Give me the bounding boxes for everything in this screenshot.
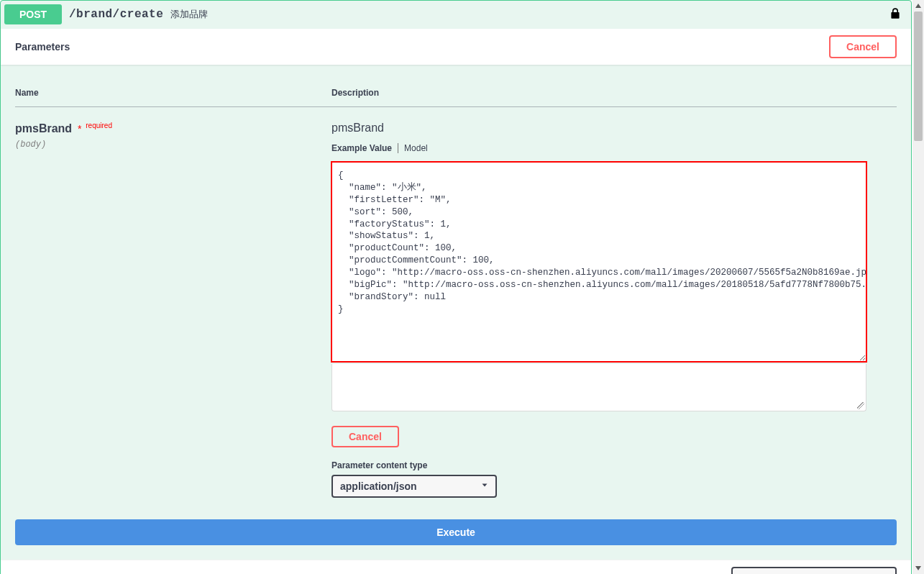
scroll-down-icon[interactable] [912, 562, 924, 574]
required-star: * [75, 123, 81, 135]
tab-separator [398, 143, 398, 153]
column-header-description: Description [331, 79, 897, 107]
tab-model[interactable]: Model [404, 143, 434, 153]
operation-summary[interactable]: POST /brand/create 添加品牌 [1, 1, 911, 28]
param-content-type-label: Parameter content type [331, 460, 897, 470]
parameter-cancel-button[interactable]: Cancel [331, 426, 399, 447]
execute-button[interactable]: Execute [15, 519, 897, 545]
parameter-in: (body) [15, 140, 331, 150]
param-content-type-select[interactable]: application/json [331, 475, 497, 498]
operation-block: POST /brand/create 添加品牌 Parameters Cance… [0, 0, 912, 574]
param-content-type-select-wrap: application/json [331, 475, 497, 498]
response-content-type-select[interactable]: */* [731, 567, 897, 575]
column-header-name: Name [15, 79, 331, 107]
parameters-table: Name Description pmsBrand * required [15, 79, 897, 498]
parameter-name: pmsBrand [15, 122, 72, 135]
operation-description: 添加品牌 [170, 8, 208, 21]
scroll-thumb[interactable] [914, 12, 923, 141]
parameters-header: Parameters Cancel [1, 29, 911, 65]
http-method-badge: POST [4, 4, 62, 24]
lock-icon[interactable] [889, 7, 901, 22]
parameter-row: pmsBrand * required (body) pmsBrand Exam… [15, 107, 897, 498]
body-tabs: Example Value Model [331, 143, 897, 153]
responses-header: Responses Response content type */* [1, 560, 911, 574]
scroll-up-icon[interactable] [912, 0, 924, 12]
scrollbar[interactable] [912, 0, 924, 574]
response-content-type-select-wrap: */* [731, 567, 897, 575]
parameters-title: Parameters [15, 41, 70, 53]
operation-path: /brand/create [69, 8, 163, 21]
try-it-out-cancel-button[interactable]: Cancel [829, 35, 897, 58]
operation-body: Parameters Cancel Name Description [1, 28, 911, 574]
body-textarea[interactable] [331, 162, 866, 362]
model-name: pmsBrand [331, 122, 897, 135]
textarea-resize-area[interactable] [331, 364, 866, 411]
tab-example-value[interactable]: Example Value [331, 143, 398, 153]
required-label: required [84, 122, 112, 129]
